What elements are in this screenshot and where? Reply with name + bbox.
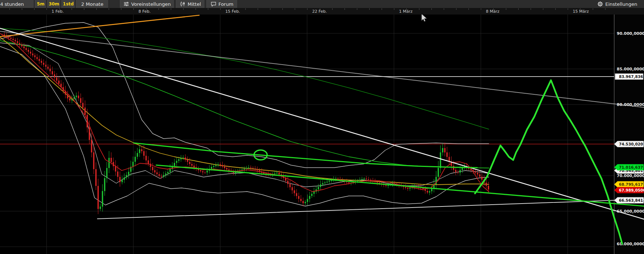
sliders-icon bbox=[124, 1, 129, 7]
chart-area[interactable]: 90.000,000085.000,000080.000,000070.000,… bbox=[0, 15, 644, 254]
tag-83967: 83.967,8363 bbox=[615, 74, 644, 80]
toolbar-label-timeframe-4h: 4 stunden bbox=[0, 1, 24, 7]
day-tick bbox=[295, 8, 295, 10]
day-tick bbox=[171, 8, 171, 10]
day-tick bbox=[444, 8, 444, 10]
bubble-icon bbox=[211, 1, 216, 7]
day-tick bbox=[208, 8, 208, 10]
tag-66563: 66.563,841 bbox=[614, 197, 644, 204]
tag-68795: 68.795,617 bbox=[614, 181, 644, 188]
date-label: 15 März bbox=[573, 9, 589, 14]
price-tick-label: 65.000,0000 bbox=[617, 209, 644, 214]
toolbar-button-mittel[interactable]: Mittel bbox=[176, 0, 205, 8]
day-tick bbox=[109, 8, 109, 10]
toolbar-button-timeframe-1std[interactable]: 1std bbox=[61, 0, 75, 8]
day-tick bbox=[543, 8, 543, 10]
toolbar-button-timeframe-4h[interactable]: 4 stunden bbox=[0, 0, 34, 8]
day-tick bbox=[270, 8, 270, 10]
trend-lines[interactable] bbox=[0, 15, 644, 219]
candle-icon bbox=[180, 1, 185, 7]
svg-text:66.563,841: 66.563,841 bbox=[619, 198, 643, 202]
toolbar-label-mittel: Mittel bbox=[188, 1, 201, 7]
gear-icon bbox=[597, 1, 603, 7]
day-tick bbox=[394, 8, 394, 10]
price-tick-label: 70.000,0000 bbox=[617, 173, 644, 178]
date-label: 1 März bbox=[399, 9, 412, 14]
price-tick-label: 85.000,0000 bbox=[617, 67, 644, 71]
toolbar-label-forum: Forum bbox=[218, 1, 233, 7]
tag-67989: 67.989,0500 bbox=[614, 187, 644, 193]
mouse-cursor bbox=[422, 15, 427, 21]
day-tick bbox=[9, 8, 10, 10]
toolbar-button-einstellungen[interactable]: Einstellungen bbox=[594, 0, 641, 8]
day-tick bbox=[258, 8, 258, 10]
day-tick bbox=[22, 8, 22, 10]
price-tick-label: 90.000,0000 bbox=[617, 31, 644, 36]
toolbar: 4 stunden5m30m1std2 MonateVoreinstellung… bbox=[0, 0, 644, 8]
date-axis[interactable]: 1 Feb.8 Feb.15 Feb.22 Feb.1 März8 März15… bbox=[0, 8, 644, 15]
day-tick bbox=[220, 8, 221, 10]
date-label: 22 Feb. bbox=[312, 9, 327, 14]
toolbar-button-range-2-monate[interactable]: 2 Monate bbox=[76, 0, 109, 8]
day-tick bbox=[133, 8, 134, 10]
toolbar-label-range-2-monate: 2 Monate bbox=[81, 1, 104, 7]
toolbar-button-timeframe-30m[interactable]: 30m bbox=[47, 0, 61, 8]
day-tick bbox=[345, 8, 345, 10]
day-tick bbox=[481, 8, 481, 10]
day-tick bbox=[506, 8, 506, 10]
day-tick bbox=[196, 8, 196, 10]
svg-text:67.989,0500: 67.989,0500 bbox=[619, 188, 644, 192]
gridlines bbox=[0, 15, 614, 254]
day-tick bbox=[431, 8, 432, 10]
day-tick bbox=[72, 8, 72, 10]
day-tick bbox=[357, 8, 357, 10]
day-tick bbox=[158, 8, 159, 10]
day-tick bbox=[47, 8, 47, 10]
day-tick bbox=[382, 8, 382, 10]
toolbar-button-voreinstellungen[interactable]: Voreinstellungen bbox=[120, 0, 174, 8]
svg-text:71.016,637: 71.016,637 bbox=[619, 165, 643, 169]
day-tick bbox=[419, 8, 419, 10]
day-tick bbox=[555, 8, 556, 10]
day-tick bbox=[531, 8, 531, 10]
day-tick bbox=[605, 8, 605, 10]
white-trendline-ascending bbox=[97, 199, 644, 219]
day-tick bbox=[245, 8, 246, 10]
toolbar-button-timeframe-5m[interactable]: 5m bbox=[35, 0, 47, 8]
day-tick bbox=[456, 8, 456, 10]
day-tick bbox=[121, 8, 121, 10]
date-label: 1 Feb. bbox=[52, 9, 64, 14]
toolbar-label-timeframe-1std: 1std bbox=[63, 1, 74, 7]
day-tick bbox=[307, 8, 307, 10]
toolbar-button-forum[interactable]: Forum bbox=[206, 0, 238, 8]
day-tick bbox=[96, 8, 97, 10]
svg-text:68.795,617: 68.795,617 bbox=[619, 182, 643, 187]
day-tick bbox=[369, 8, 370, 10]
svg-text:83.967,8363: 83.967,8363 bbox=[619, 74, 644, 79]
day-tick bbox=[593, 8, 593, 10]
date-label: 8 März bbox=[486, 9, 499, 14]
toolbar-label-voreinstellungen: Voreinstellungen bbox=[131, 1, 171, 7]
day-tick bbox=[332, 8, 333, 10]
svg-text:74.530,020: 74.530,020 bbox=[619, 142, 643, 146]
date-label: 8 Feb. bbox=[138, 9, 150, 14]
toolbar-label-einstellungen: Einstellungen bbox=[605, 1, 637, 7]
day-tick bbox=[84, 8, 84, 10]
white-trendline-main bbox=[0, 28, 644, 219]
day-tick bbox=[518, 8, 519, 10]
green-forecast-zigzag bbox=[475, 80, 622, 244]
day-tick bbox=[183, 8, 184, 10]
trading-chart-window: 4 stunden5m30m1std2 MonateVoreinstellung… bbox=[0, 0, 644, 254]
date-label: 15 Feb. bbox=[225, 9, 240, 14]
day-tick bbox=[568, 8, 568, 10]
green-trendline-lower bbox=[156, 165, 644, 206]
day-tick bbox=[468, 8, 469, 10]
chart-canvas[interactable]: 90.000,000085.000,000080.000,000070.000,… bbox=[0, 15, 644, 254]
plot-content bbox=[0, 22, 489, 214]
toolbar-label-timeframe-30m: 30m bbox=[49, 1, 59, 7]
day-tick bbox=[34, 8, 35, 10]
toolbar-label-timeframe-5m: 5m bbox=[37, 1, 45, 7]
price-tick-label: 60.000,0000 bbox=[617, 242, 644, 246]
drawn-green-analysis[interactable] bbox=[134, 80, 644, 244]
white-trendline-upper bbox=[0, 31, 644, 107]
